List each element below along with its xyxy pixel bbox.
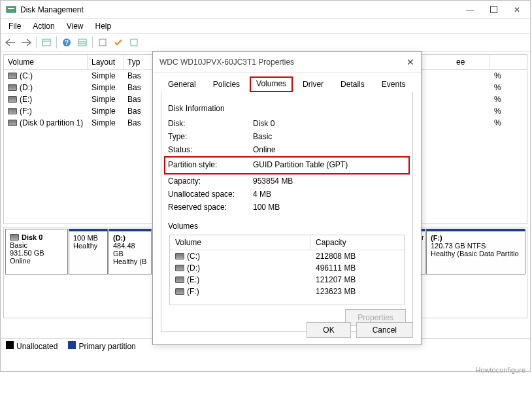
volume-row[interactable]: (F:) 123623 MB: [170, 286, 404, 297]
volumes-list: Volume Capacity (C:) 212808 MB(D:) 49611…: [169, 235, 405, 305]
svg-rect-7: [78, 39, 86, 46]
partition-box[interactable]: (D:) 484.48 GB Healthy (B: [108, 229, 152, 275]
dialog-title: WDC WD10JPVX-60JC3T1 Properties: [159, 58, 407, 67]
volume-icon: [8, 84, 17, 91]
layout-cell: Simple: [88, 117, 124, 129]
status-label: Status:: [168, 145, 253, 154]
volume-name: (F:): [20, 107, 32, 116]
dialog-footer: OK Cancel: [307, 322, 413, 338]
tab-driver[interactable]: Driver: [295, 76, 331, 92]
close-button[interactable]: ✕: [505, 2, 529, 18]
tab-volumes[interactable]: Volumes: [250, 76, 293, 92]
layout-cell: Simple: [88, 82, 124, 93]
pct-cell: %: [490, 93, 527, 105]
pct-cell: %: [490, 70, 527, 82]
unalloc-label: Unallocated space:: [168, 190, 253, 199]
partition-style-highlight: Partition style:GUID Partition Table (GP…: [164, 156, 410, 175]
tab-policies[interactable]: Policies: [206, 76, 247, 92]
diskinfo-title: Disk Information: [168, 104, 225, 113]
tab-general[interactable]: General: [161, 76, 203, 92]
back-button[interactable]: [3, 35, 18, 50]
toolbar: ?: [1, 33, 530, 52]
part-size: 120.73 GB NTFS: [431, 242, 521, 250]
dialog-close-button[interactable]: ✕: [407, 57, 414, 67]
app-icon: [6, 5, 16, 15]
partition-box[interactable]: 100 MB Healthy: [69, 229, 108, 275]
vol-capacity: 496111 MB: [310, 263, 361, 273]
part-label: (F:): [431, 234, 521, 242]
layout-cell: Simple: [88, 70, 124, 82]
vol-name: (E:): [187, 275, 199, 284]
disk-info[interactable]: Disk 0 Basic 931.50 GB Online: [5, 229, 68, 275]
help-icon[interactable]: ?: [59, 35, 74, 50]
forward-button[interactable]: [19, 35, 33, 50]
svg-rect-0: [7, 7, 16, 12]
menu-action[interactable]: Action: [27, 20, 59, 32]
toolbar-check-icon[interactable]: [111, 35, 125, 50]
part-status: Healthy (B: [113, 258, 147, 265]
part-status: Healthy (Basic Data Partitio: [431, 250, 521, 258]
volume-name: (E:): [20, 95, 32, 104]
svg-rect-3: [42, 39, 50, 46]
vol-capacity: 123623 MB: [310, 286, 361, 297]
vol-header-capacity[interactable]: Capacity: [310, 235, 404, 250]
ps-label: Partition style:: [168, 160, 253, 169]
titlebar: Disk Management — ✕: [1, 1, 530, 19]
capacity-label: Capacity:: [168, 176, 253, 186]
col-layout[interactable]: Layout: [88, 55, 124, 69]
volume-row[interactable]: (D:) 496111 MB: [170, 262, 404, 274]
volume-name: (C:): [20, 71, 33, 80]
part-size: 484.48 GB: [113, 242, 147, 258]
legend-primary: Primary partition: [68, 341, 135, 351]
volume-icon: [175, 265, 184, 271]
tab-events[interactable]: Events: [374, 76, 413, 92]
toolbar-settings-icon[interactable]: [95, 35, 110, 50]
toolbar-extra-icon[interactable]: [127, 35, 141, 50]
vol-name: (F:): [187, 287, 199, 296]
status-value: Online: [253, 145, 406, 154]
disk-icon: [10, 234, 19, 241]
menu-help[interactable]: Help: [90, 20, 117, 32]
svg-rect-10: [99, 39, 106, 46]
svg-rect-2: [490, 7, 497, 13]
disk-value: Disk 0: [253, 119, 406, 128]
col-pct[interactable]: [490, 55, 527, 69]
unalloc-value: 4 MB: [253, 190, 406, 199]
minimize-button[interactable]: —: [458, 2, 482, 18]
tab-panel: Disk Information Disk:Disk 0 Type:Basic …: [161, 92, 413, 332]
ok-button[interactable]: OK: [307, 322, 350, 338]
vol-name: (C:): [187, 252, 200, 261]
layout-cell: Simple: [88, 105, 124, 117]
volume-icon: [8, 73, 17, 79]
cancel-button[interactable]: Cancel: [356, 322, 413, 338]
col-volume[interactable]: Volume: [4, 55, 88, 69]
tab-details[interactable]: Details: [333, 76, 372, 92]
volume-icon: [175, 288, 184, 295]
properties-dialog: WDC WD10JPVX-60JC3T1 Properties ✕ Genera…: [152, 51, 422, 345]
layout-cell: Simple: [88, 93, 124, 105]
volume-icon: [8, 108, 17, 114]
vol-header-volume[interactable]: Volume: [170, 235, 310, 250]
capacity-value: 953854 MB: [253, 176, 406, 186]
disk-size: 931.50 GB: [10, 249, 63, 257]
ps-value: GUID Partition Table (GPT): [253, 160, 406, 169]
volume-name: (D:): [20, 83, 33, 92]
volume-row[interactable]: (C:) 212808 MB: [170, 250, 404, 262]
volume-row[interactable]: (E:) 121207 MB: [170, 274, 404, 286]
volume-icon: [8, 96, 17, 103]
pct-cell: %: [490, 82, 527, 93]
menu-view[interactable]: View: [61, 20, 89, 32]
col-free[interactable]: ee: [452, 55, 490, 69]
menu-file[interactable]: File: [3, 20, 26, 32]
toolbar-view-icon[interactable]: [39, 35, 54, 50]
disk-name: Disk 0: [22, 233, 42, 241]
toolbar-list-icon[interactable]: [75, 35, 90, 50]
vol-name: (D:): [187, 263, 200, 273]
partition-box[interactable]: (F:) 120.73 GB NTFS Healthy (Basic Data …: [426, 229, 525, 275]
vol-capacity: 212808 MB: [310, 251, 361, 261]
type-value: Basic: [253, 132, 406, 141]
volume-icon: [175, 253, 184, 259]
type-label: Type:: [168, 132, 253, 141]
volume-icon: [175, 276, 184, 283]
maximize-button[interactable]: [482, 2, 505, 18]
